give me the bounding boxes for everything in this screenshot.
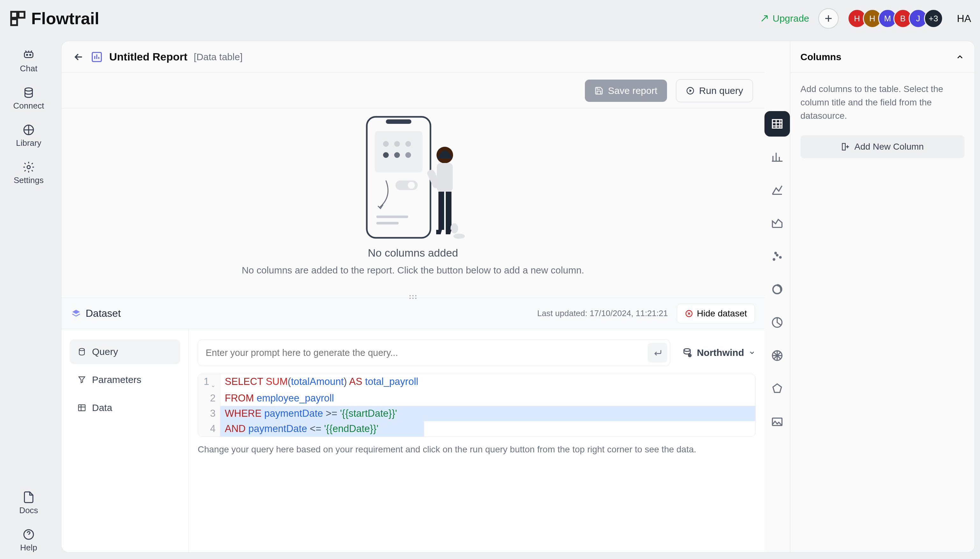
svg-point-19 bbox=[394, 152, 400, 158]
columns-header: Columns bbox=[790, 41, 975, 73]
toolbar: Save report Run query bbox=[61, 73, 764, 109]
nav-docs[interactable]: Docs bbox=[0, 485, 57, 522]
svg-point-31 bbox=[451, 223, 458, 233]
brand-name: Flowtrail bbox=[31, 9, 99, 28]
add-button[interactable] bbox=[818, 8, 839, 29]
nav-settings[interactable]: Settings bbox=[0, 154, 57, 192]
svg-point-20 bbox=[405, 152, 411, 158]
sql-editor[interactable]: 1 ⌄ SELECT SUM(totalAmount) AS total_pay… bbox=[198, 374, 755, 437]
svg-point-41 bbox=[684, 349, 690, 351]
svg-rect-43 bbox=[772, 120, 782, 128]
datasource-selector[interactable]: Northwind bbox=[682, 347, 755, 358]
tab-parameters[interactable]: Parameters bbox=[70, 367, 180, 392]
viz-area[interactable] bbox=[764, 210, 790, 236]
svg-point-44 bbox=[773, 258, 775, 261]
svg-point-6 bbox=[25, 88, 32, 91]
svg-point-32 bbox=[410, 295, 411, 296]
content-header: Untitled Report [Data table] bbox=[61, 41, 764, 73]
topbar-right: Upgrade HHMBJ+3 HA bbox=[760, 8, 971, 29]
brand: Flowtrail bbox=[9, 9, 99, 28]
nav-help[interactable]: Help bbox=[0, 522, 57, 559]
run-query-button[interactable]: Run query bbox=[676, 79, 753, 102]
empty-subtitle: No columns are added to the report. Clic… bbox=[242, 265, 584, 276]
viz-bar[interactable] bbox=[764, 144, 790, 170]
layers-icon bbox=[71, 308, 81, 319]
empty-illustration bbox=[357, 114, 469, 241]
editor-help-text: Change your query here based on your req… bbox=[198, 445, 755, 455]
report-card: Untitled Report [Data table] Save report… bbox=[61, 41, 975, 552]
svg-rect-40 bbox=[79, 405, 85, 411]
svg-point-46 bbox=[779, 256, 782, 258]
svg-point-34 bbox=[415, 295, 416, 296]
empty-title: No columns added bbox=[368, 247, 458, 259]
report-icon bbox=[91, 51, 103, 63]
chevron-down-icon bbox=[749, 349, 755, 356]
nav-connect[interactable]: Connect bbox=[0, 80, 57, 117]
viz-type-tabs bbox=[764, 41, 790, 552]
svg-rect-27 bbox=[438, 192, 444, 230]
nav-chat[interactable]: Chat bbox=[0, 43, 57, 80]
tab-data[interactable]: Data bbox=[70, 395, 180, 420]
viz-table[interactable] bbox=[764, 111, 790, 137]
svg-point-16 bbox=[394, 141, 400, 147]
hide-dataset-button[interactable]: Hide dataset bbox=[677, 304, 755, 323]
upgrade-button[interactable]: Upgrade bbox=[760, 13, 809, 24]
table-icon bbox=[78, 404, 86, 412]
database-icon bbox=[78, 347, 86, 356]
columns-panel: Columns Add columns to the table. Select… bbox=[790, 41, 975, 552]
add-column-button[interactable]: Add New Column bbox=[800, 135, 964, 158]
svg-rect-13 bbox=[386, 119, 412, 124]
dataset-panel: Dataset Last updated: 17/10/2024, 11:21:… bbox=[61, 298, 764, 552]
tab-query[interactable]: Query bbox=[70, 339, 180, 364]
avatar-stack[interactable]: HHMBJ+3 bbox=[848, 9, 943, 28]
svg-rect-3 bbox=[25, 52, 33, 58]
collapse-icon[interactable] bbox=[955, 53, 964, 61]
viz-polygon[interactable] bbox=[764, 376, 790, 402]
svg-point-45 bbox=[776, 254, 778, 256]
svg-point-37 bbox=[415, 298, 416, 299]
svg-point-15 bbox=[383, 141, 389, 147]
current-user-label: HA bbox=[957, 13, 971, 25]
svg-rect-23 bbox=[376, 215, 408, 218]
svg-rect-24 bbox=[376, 222, 398, 225]
svg-rect-0 bbox=[11, 12, 17, 18]
svg-point-17 bbox=[405, 141, 411, 147]
resize-handle[interactable] bbox=[408, 294, 417, 300]
viz-scatter[interactable] bbox=[764, 243, 790, 269]
close-icon bbox=[685, 309, 693, 318]
brand-icon bbox=[9, 10, 27, 27]
svg-rect-28 bbox=[446, 192, 451, 230]
svg-rect-1 bbox=[18, 12, 25, 18]
dataset-title: Dataset bbox=[71, 308, 121, 319]
filter-icon bbox=[78, 375, 86, 384]
svg-point-22 bbox=[408, 182, 415, 189]
svg-point-47 bbox=[774, 252, 777, 254]
svg-point-18 bbox=[383, 152, 389, 158]
viz-radar[interactable] bbox=[764, 343, 790, 368]
svg-rect-2 bbox=[11, 19, 17, 25]
viz-pie[interactable] bbox=[764, 310, 790, 335]
viz-line[interactable] bbox=[764, 177, 790, 203]
prompt-input[interactable] bbox=[206, 347, 648, 358]
last-updated: Last updated: 17/10/2024, 11:21:21 bbox=[537, 308, 668, 318]
svg-point-30 bbox=[453, 234, 465, 239]
svg-point-35 bbox=[410, 298, 411, 299]
left-nav: Chat Connect Library Settings Docs Help bbox=[0, 37, 57, 559]
save-report-button[interactable]: Save report bbox=[585, 79, 667, 102]
svg-point-33 bbox=[412, 295, 413, 296]
svg-point-5 bbox=[30, 55, 31, 55]
datasource-icon bbox=[682, 347, 692, 358]
svg-point-36 bbox=[412, 298, 413, 299]
dataset-tabs: Query Parameters Data bbox=[61, 329, 189, 552]
svg-rect-14 bbox=[375, 131, 423, 172]
top-bar: Flowtrail Upgrade HHMBJ+3 HA bbox=[0, 0, 980, 37]
svg-rect-52 bbox=[842, 144, 845, 150]
viz-donut[interactable] bbox=[764, 277, 790, 302]
upgrade-label: Upgrade bbox=[772, 13, 809, 24]
avatar[interactable]: +3 bbox=[924, 9, 943, 28]
svg-rect-26 bbox=[437, 163, 453, 192]
submit-prompt-button[interactable] bbox=[648, 343, 667, 362]
viz-image[interactable] bbox=[764, 409, 790, 435]
back-button[interactable] bbox=[73, 51, 84, 63]
nav-library[interactable]: Library bbox=[0, 117, 57, 154]
